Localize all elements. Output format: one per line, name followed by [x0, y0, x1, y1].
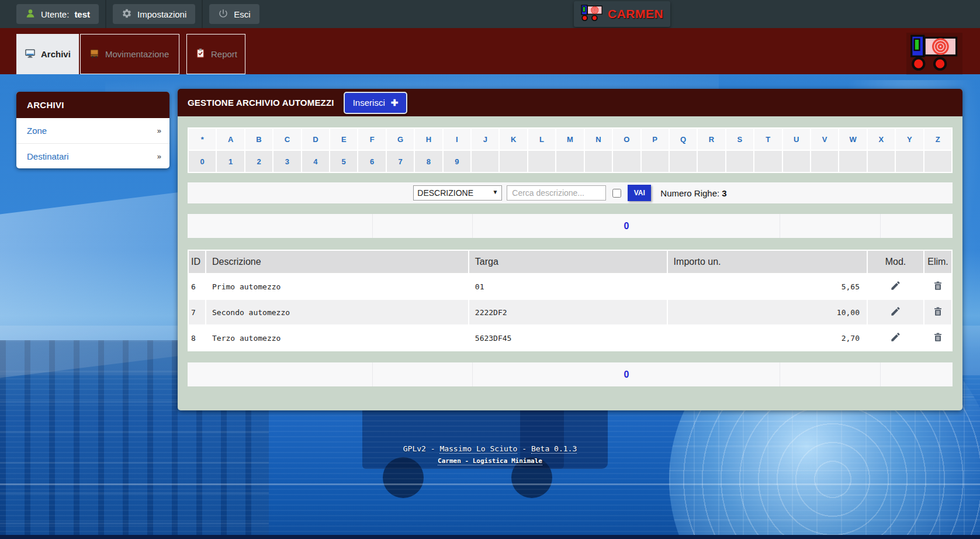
letter-cell-F[interactable]: F — [358, 129, 385, 150]
tab-archivi[interactable]: Archivi — [16, 34, 79, 74]
sidebar-title: ARCHIVI — [16, 92, 169, 118]
edit-button[interactable] — [890, 280, 901, 291]
sidebar-item-label: Destinatari — [27, 151, 69, 161]
letter-row: *ABCDEFGHIJKLMNOPQRSTUVWXYZ — [189, 129, 951, 150]
letter-cell-E[interactable]: E — [330, 129, 357, 150]
truck-logo-icon — [581, 4, 603, 24]
pagination-cell: 0 — [473, 214, 780, 238]
header-elim: Elim. — [924, 251, 951, 273]
chevron-right-icon: » — [157, 126, 161, 135]
number-cell-8[interactable]: 8 — [415, 151, 442, 172]
cell-mod — [868, 274, 923, 299]
page-link[interactable]: 0 — [624, 369, 629, 380]
delete-button[interactable] — [933, 281, 943, 291]
empty-cell — [754, 151, 781, 172]
header-id: ID — [189, 251, 205, 273]
letter-cell-C[interactable]: C — [273, 129, 300, 150]
empty-cell — [500, 151, 527, 172]
delete-button[interactable] — [933, 332, 943, 343]
number-cell-5[interactable]: 5 — [330, 151, 357, 172]
letter-cell-Y[interactable]: Y — [896, 129, 923, 150]
tab-label: Archivi — [41, 49, 71, 59]
pagination-cell: 0 — [473, 362, 780, 386]
number-cell-3[interactable]: 3 — [273, 151, 300, 172]
letter-cell-J[interactable]: J — [472, 129, 498, 150]
divider — [202, 0, 203, 28]
letter-cell-H[interactable]: H — [415, 129, 442, 150]
user-name: test — [74, 9, 90, 19]
carmen-logo: CARMEN — [574, 1, 670, 27]
letter-cell-S[interactable]: S — [726, 129, 753, 150]
letter-cell-B[interactable]: B — [245, 129, 272, 150]
edit-button[interactable] — [890, 306, 901, 317]
footer-line2: Carmen - Logistica Minimale — [0, 457, 980, 465]
go-button[interactable]: VAI — [628, 185, 651, 201]
delete-button[interactable] — [933, 306, 943, 317]
pagination-cell — [373, 362, 473, 386]
number-cell-9[interactable]: 9 — [444, 151, 470, 172]
letter-cell-N[interactable]: N — [585, 129, 612, 150]
table-body: 6Primo automezzo015,657Secondo automezzo… — [189, 274, 951, 350]
number-cell-0[interactable]: 0 — [189, 151, 216, 172]
pagination-cell — [881, 214, 953, 238]
cell-descrizione: Secondo automezzo — [206, 300, 468, 324]
user-icon — [25, 8, 36, 20]
letter-cell-O[interactable]: O — [613, 129, 640, 150]
version-link[interactable]: Beta 0.1.3 — [531, 444, 577, 454]
navbar: Archivi Movimentazione Report — [0, 28, 980, 74]
letter-cell-W[interactable]: W — [839, 129, 866, 150]
letter-cell-T[interactable]: T — [754, 129, 781, 150]
number-cell-4[interactable]: 4 — [302, 151, 329, 172]
truck-icon — [89, 48, 100, 61]
search-checkbox[interactable] — [612, 189, 621, 198]
cell-id: 6 — [189, 274, 205, 299]
letter-cell-X[interactable]: X — [868, 129, 895, 150]
exit-button[interactable]: Esci — [209, 4, 259, 24]
user-button[interactable]: Utente: test — [16, 4, 99, 24]
settings-label: Impostazioni — [137, 9, 186, 19]
divider — [105, 0, 106, 28]
letter-cell-M[interactable]: M — [556, 129, 583, 150]
letter-cell-I[interactable]: I — [444, 129, 470, 150]
pagination-bottom: 0 — [188, 362, 953, 386]
sidebar-item-destinatari[interactable]: Destinatari » — [16, 143, 169, 168]
page-link[interactable]: 0 — [624, 221, 629, 232]
number-cell-2[interactable]: 2 — [245, 151, 272, 172]
table-row: 6Primo automezzo015,65 — [189, 274, 951, 299]
number-cell-7[interactable]: 7 — [387, 151, 414, 172]
edit-button[interactable] — [890, 331, 901, 343]
exit-label: Esci — [234, 9, 250, 19]
number-cell-1[interactable]: 1 — [217, 151, 244, 172]
letter-cell-P[interactable]: P — [642, 129, 669, 150]
trash-icon — [933, 336, 943, 344]
letter-cell-U[interactable]: U — [783, 129, 810, 150]
cell-importo: 2,70 — [668, 326, 867, 350]
letter-cell-R[interactable]: R — [698, 129, 725, 150]
letter-cell-Q[interactable]: Q — [670, 129, 697, 150]
letter-cell-Z[interactable]: Z — [924, 129, 951, 150]
cell-targa: 5623DF45 — [469, 326, 667, 350]
carmen-link[interactable]: Carmen - Logistica Minimale — [438, 457, 542, 465]
pagination-cell — [780, 214, 880, 238]
letter-cell-G[interactable]: G — [387, 129, 414, 150]
settings-button[interactable]: Impostazioni — [113, 4, 195, 24]
sidebar-item-label: Zone — [27, 126, 47, 136]
app-logo-text: CARMEN — [608, 7, 663, 21]
insert-button[interactable]: Inserisci ✚ — [344, 92, 408, 114]
search-field-select[interactable]: DESCRIZIONE — [413, 185, 502, 201]
tab-movimentazione[interactable]: Movimentazione — [80, 34, 179, 74]
cell-id: 8 — [189, 326, 205, 350]
page: Utente: test Impostazioni Esci CARMEN Ar… — [0, 0, 980, 539]
letter-cell-A[interactable]: A — [217, 129, 244, 150]
letter-cell-L[interactable]: L — [528, 129, 555, 150]
author-link[interactable]: Massimo Lo Sciuto — [439, 444, 517, 454]
cell-mod — [868, 300, 923, 324]
letter-cell-K[interactable]: K — [500, 129, 527, 150]
letter-cell-*[interactable]: * — [189, 129, 216, 150]
letter-cell-V[interactable]: V — [811, 129, 838, 150]
letter-cell-D[interactable]: D — [302, 129, 329, 150]
search-input[interactable] — [507, 185, 606, 201]
tab-report[interactable]: Report — [186, 34, 245, 74]
number-cell-6[interactable]: 6 — [358, 151, 385, 172]
sidebar-item-zone[interactable]: Zone » — [16, 118, 169, 143]
